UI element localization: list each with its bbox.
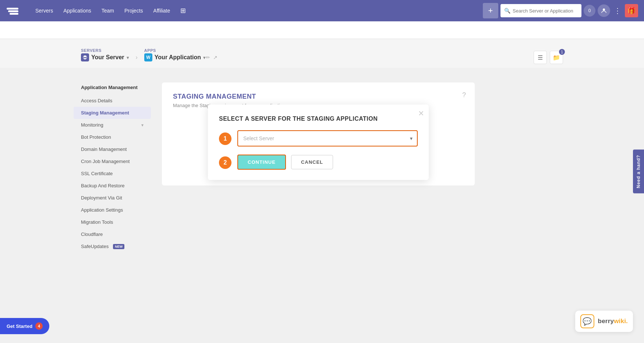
nav-applications[interactable]: Applications bbox=[59, 5, 96, 17]
sidebar-item-bot-protection[interactable]: Bot Protection bbox=[74, 131, 151, 143]
sidebar-item-label: SSL Certificate bbox=[81, 171, 113, 176]
sidebar-item-label: Domain Management bbox=[81, 146, 127, 152]
nav-team[interactable]: Team bbox=[97, 5, 118, 17]
notification-badge[interactable]: 0 bbox=[584, 5, 595, 17]
continue-button[interactable]: CONTINUE bbox=[237, 155, 286, 170]
sidebar-item-label: Access Details bbox=[81, 98, 112, 103]
sidebar-item-backup-restore[interactable]: Backup And Restore bbox=[74, 180, 151, 192]
servers-breadcrumb-label: Servers bbox=[81, 48, 129, 53]
step-1-badge: 1 bbox=[219, 132, 231, 145]
cancel-button[interactable]: CANCEL bbox=[291, 155, 333, 169]
get-started-button[interactable]: Get Started 4 bbox=[0, 318, 49, 334]
more-options-icon[interactable]: ⋮ bbox=[612, 5, 623, 17]
grid-view-button[interactable]: ☰ bbox=[534, 51, 547, 64]
sidebar-item-cloudflare[interactable]: Cloudflare bbox=[74, 228, 151, 240]
nav-projects[interactable]: Projects bbox=[120, 5, 148, 17]
sidebar-item-label: Monitoring bbox=[81, 122, 103, 128]
berry-wiki-widget[interactable]: 💬 berrywiki. bbox=[575, 311, 633, 332]
sidebar-item-staging-management[interactable]: Staging Management bbox=[74, 107, 151, 119]
select-server-dropdown-wrapper: Server 1 Server 2 ▾ Select Server bbox=[237, 130, 418, 146]
external-link-icon[interactable]: ↗ bbox=[213, 54, 217, 60]
search-bar: 🔍 bbox=[500, 4, 581, 17]
sidebar-item-label: Cloudflare bbox=[81, 231, 103, 237]
sidebar-item-label: Backup And Restore bbox=[81, 183, 125, 188]
get-started-badge: 4 bbox=[35, 322, 43, 330]
user-avatar[interactable] bbox=[598, 4, 610, 17]
sidebar-item-access-details[interactable]: Access Details bbox=[74, 95, 151, 107]
grid-icon[interactable]: ⊞ bbox=[176, 4, 190, 18]
search-icon: 🔍 bbox=[504, 8, 510, 14]
sidebar-item-application-settings[interactable]: Application Settings bbox=[74, 204, 151, 216]
content-area: STAGING MANAGEMENT Manage the Staging en… bbox=[151, 75, 644, 343]
sidebar-item-safeupdates[interactable]: SafeUpdates NEW bbox=[74, 240, 151, 252]
sidebar-item-ssl-certificate[interactable]: SSL Certificate bbox=[74, 167, 151, 180]
sidebar-item-label: Bot Protection bbox=[81, 134, 111, 140]
sidebar-item-monitoring[interactable]: Monitoring ▾ bbox=[74, 119, 151, 131]
svg-marker-4 bbox=[83, 55, 87, 57]
sidebar-item-domain-management[interactable]: Domain Management bbox=[74, 143, 151, 155]
svg-point-3 bbox=[603, 8, 605, 11]
topnav: Servers Applications Team Projects Affil… bbox=[0, 0, 644, 21]
folder-view-badge: 1 bbox=[559, 49, 565, 55]
logo[interactable] bbox=[6, 5, 24, 17]
server-name[interactable]: Your Server bbox=[91, 54, 124, 61]
apps-breadcrumb-label: Apps bbox=[144, 48, 206, 53]
sidebar-item-migration-tools[interactable]: Migration Tools bbox=[74, 216, 151, 228]
berry-wiki-chat-icon: 💬 bbox=[580, 314, 594, 328]
nav-affiliate[interactable]: Affiliate bbox=[149, 5, 175, 17]
breadcrumb-arrow-icon: › bbox=[136, 54, 138, 61]
breadcrumb-area: Servers Your Server ▾ › Apps W Your Appl… bbox=[0, 39, 644, 68]
gift-icon[interactable]: 🎁 bbox=[625, 4, 638, 17]
modal-overlay: ✕ SELECT A SERVER FOR THE STAGING APPLIC… bbox=[162, 82, 475, 185]
sidebar: Application Management Access Details St… bbox=[74, 75, 151, 343]
server-dropdown-icon[interactable]: ▾ bbox=[127, 55, 129, 60]
app-name[interactable]: Your Application bbox=[155, 54, 201, 61]
server-icon bbox=[81, 53, 89, 61]
subheader bbox=[0, 21, 644, 39]
step-2-badge: 2 bbox=[219, 156, 231, 169]
monitoring-arrow-icon: ▾ bbox=[141, 123, 144, 128]
sidebar-item-label: Staging Management bbox=[81, 110, 129, 116]
svg-rect-1 bbox=[8, 10, 18, 12]
sidebar-section-title: Application Management bbox=[74, 82, 151, 95]
add-plus-button[interactable]: + bbox=[483, 3, 498, 18]
app-dropdown-icon[interactable]: ▾ bbox=[203, 55, 206, 60]
safeupdates-badge: NEW bbox=[113, 244, 124, 249]
sidebar-item-label: Application Settings bbox=[81, 207, 123, 213]
svg-rect-2 bbox=[10, 13, 18, 15]
search-input[interactable] bbox=[513, 8, 578, 14]
app-icon: W bbox=[144, 53, 152, 61]
sidebar-item-cron-job-management[interactable]: Cron Job Management bbox=[74, 155, 151, 167]
edit-icon[interactable]: ✏ bbox=[206, 54, 210, 60]
need-a-hand-tab[interactable]: Need a hand? bbox=[633, 150, 644, 194]
select-server-modal: ✕ SELECT A SERVER FOR THE STAGING APPLIC… bbox=[208, 105, 429, 180]
get-started-label: Get Started bbox=[7, 323, 32, 329]
modal-close-icon[interactable]: ✕ bbox=[418, 109, 424, 118]
modal-title: SELECT A SERVER FOR THE STAGING APPLICAT… bbox=[219, 116, 418, 122]
sidebar-item-label: SafeUpdates bbox=[81, 244, 109, 249]
staging-management-card: STAGING MANAGEMENT Manage the Staging en… bbox=[162, 82, 475, 185]
sidebar-item-label: Deployment Via Git bbox=[81, 195, 122, 201]
select-server-dropdown[interactable]: Server 1 Server 2 bbox=[238, 131, 417, 146]
sidebar-item-label: Cron Job Management bbox=[81, 159, 130, 164]
nav-servers[interactable]: Servers bbox=[31, 5, 57, 17]
folder-view-button[interactable]: 📁 1 bbox=[550, 51, 563, 64]
sidebar-item-deployment-via-git[interactable]: Deployment Via Git bbox=[74, 192, 151, 204]
berry-wiki-text: berrywiki. bbox=[598, 318, 628, 325]
svg-rect-0 bbox=[7, 8, 18, 10]
sidebar-item-label: Migration Tools bbox=[81, 219, 113, 225]
